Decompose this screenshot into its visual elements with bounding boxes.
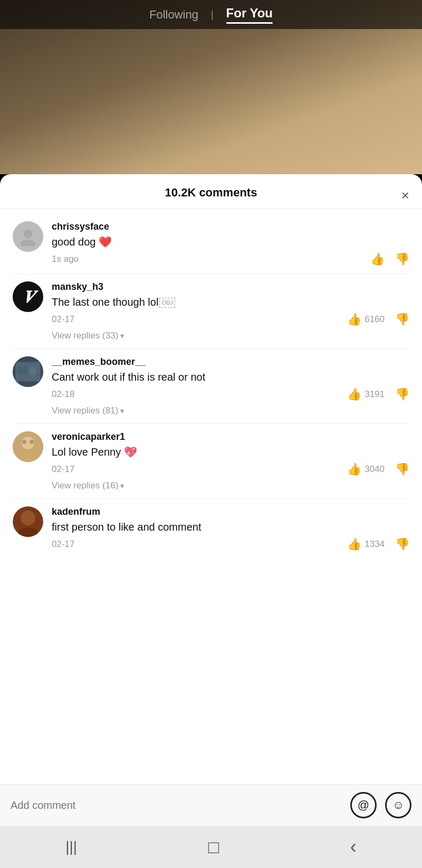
comments-count-title: 10.2K comments bbox=[165, 186, 257, 200]
svg-point-10 bbox=[30, 440, 34, 444]
thumbs-down-icon: 👎 bbox=[395, 463, 409, 476]
comment-item: 𝑽 mansky_h3 The last one though lolOBJ 0… bbox=[0, 274, 422, 348]
comment-text: first person to like and comment bbox=[52, 520, 409, 534]
dislike-button[interactable]: 👎 bbox=[395, 537, 409, 551]
thumbs-up-icon: 👍 bbox=[347, 537, 361, 551]
avatar bbox=[13, 431, 43, 462]
like-button[interactable]: 👍 bbox=[370, 252, 385, 266]
comment-username[interactable]: kadenfrum bbox=[52, 506, 409, 517]
at-icon: @ bbox=[358, 798, 369, 812]
mention-button[interactable]: @ bbox=[350, 792, 377, 818]
comment-meta-row: 1s ago 👍 👎 bbox=[52, 252, 409, 266]
svg-point-1 bbox=[21, 240, 35, 246]
comment-actions: 👍 6160 👎 bbox=[347, 313, 409, 326]
emoji-button[interactable]: ☺ bbox=[385, 792, 411, 818]
chevron-down-icon: ▾ bbox=[120, 407, 124, 415]
comment-date: 1s ago bbox=[52, 254, 79, 265]
comment-item: kadenfrum first person to like and comme… bbox=[0, 499, 422, 559]
comment-actions: 👍 3040 👎 bbox=[347, 463, 409, 476]
dislike-button[interactable]: 👎 bbox=[395, 388, 409, 401]
avatar bbox=[13, 356, 43, 387]
svg-point-8 bbox=[18, 451, 37, 462]
thumbs-down-icon: 👎 bbox=[395, 313, 409, 326]
obj-indicator: OBJ bbox=[159, 298, 175, 308]
like-button[interactable]: 👍 1334 bbox=[347, 537, 385, 551]
nav-separator: | bbox=[211, 9, 214, 20]
comment-actions: 👍 👎 bbox=[370, 252, 409, 266]
svg-rect-3 bbox=[16, 363, 40, 381]
bottom-nav: ||| □ ‹ bbox=[0, 826, 422, 868]
chevron-down-icon: ▾ bbox=[120, 482, 124, 490]
comment-body: kadenfrum first person to like and comme… bbox=[52, 506, 409, 551]
svg-point-12 bbox=[21, 511, 35, 525]
view-replies-button[interactable]: View replies (16) ▾ bbox=[52, 480, 409, 491]
close-button[interactable]: × bbox=[401, 188, 409, 202]
comment-actions: 👍 3191 👎 bbox=[347, 388, 409, 401]
comment-username[interactable]: mansky_h3 bbox=[52, 281, 409, 293]
like-button[interactable]: 👍 3191 bbox=[347, 388, 385, 401]
comment-date: 02-17 bbox=[52, 464, 74, 475]
svg-point-5 bbox=[28, 367, 37, 375]
comment-date: 02-17 bbox=[52, 314, 74, 325]
top-nav: Following | For You bbox=[0, 0, 422, 29]
thumbs-down-icon: 👎 bbox=[395, 537, 409, 551]
like-count: 3040 bbox=[365, 464, 385, 475]
view-replies-button[interactable]: View replies (81) ▾ bbox=[52, 405, 409, 416]
comments-drawer: 10.2K comments × chrissysface good dog ❤… bbox=[0, 174, 422, 868]
dislike-button[interactable]: 👎 bbox=[395, 252, 409, 266]
menu-button[interactable]: ||| bbox=[65, 838, 77, 855]
drawer-header: 10.2K comments × bbox=[0, 174, 422, 209]
thumbs-down-icon: 👎 bbox=[395, 252, 409, 266]
following-tab[interactable]: Following bbox=[149, 8, 198, 22]
thumbs-down-icon: 👎 bbox=[395, 388, 409, 401]
emoji-icon: ☺ bbox=[392, 798, 404, 812]
comment-date: 02-18 bbox=[52, 389, 74, 400]
comment-username[interactable]: __memes_boomer__ bbox=[52, 356, 409, 367]
view-replies-button[interactable]: View replies (33) ▾ bbox=[52, 331, 409, 341]
chevron-down-icon: ▾ bbox=[120, 332, 124, 340]
comment-text: The last one though lolOBJ bbox=[52, 295, 409, 309]
comment-body: veronicaparker1 Lol love Penny 💖 02-17 👍… bbox=[52, 431, 409, 491]
comment-body: chrissysface good dog ❤️ 1s ago 👍 👎 bbox=[52, 221, 409, 266]
comment-meta-row: 02-17 👍 3040 👎 bbox=[52, 463, 409, 476]
svg-point-0 bbox=[24, 230, 32, 238]
comment-username[interactable]: chrissysface bbox=[52, 221, 409, 232]
comment-item: __memes_boomer__ Cant work out if this i… bbox=[0, 349, 422, 423]
input-icons: @ ☺ bbox=[350, 792, 411, 818]
comment-text: Lol love Penny 💖 bbox=[52, 445, 409, 459]
comment-actions: 👍 1334 👎 bbox=[347, 537, 409, 551]
video-area: Following | For You bbox=[0, 0, 422, 174]
dislike-button[interactable]: 👎 bbox=[395, 313, 409, 326]
comment-username[interactable]: veronicaparker1 bbox=[52, 431, 409, 442]
like-count: 6160 bbox=[365, 314, 385, 325]
foryou-tab[interactable]: For You bbox=[226, 6, 273, 24]
comment-item: veronicaparker1 Lol love Penny 💖 02-17 👍… bbox=[0, 424, 422, 498]
comment-meta-row: 02-17 👍 1334 👎 bbox=[52, 537, 409, 551]
comment-body: __memes_boomer__ Cant work out if this i… bbox=[52, 356, 409, 416]
like-button[interactable]: 👍 3040 bbox=[347, 463, 385, 476]
svg-point-9 bbox=[22, 440, 26, 444]
avatar: 𝑽 bbox=[13, 281, 43, 312]
comment-meta-row: 02-18 👍 3191 👎 bbox=[52, 388, 409, 401]
comments-list: chrissysface good dog ❤️ 1s ago 👍 👎 bbox=[0, 209, 422, 564]
add-comment-bar: @ ☺ bbox=[0, 784, 422, 826]
avatar bbox=[13, 221, 43, 252]
thumbs-up-icon: 👍 bbox=[347, 313, 361, 326]
add-comment-input[interactable] bbox=[11, 799, 350, 812]
svg-rect-4 bbox=[18, 366, 28, 373]
comment-item: chrissysface good dog ❤️ 1s ago 👍 👎 bbox=[0, 214, 422, 273]
comment-date: 02-17 bbox=[52, 539, 74, 550]
svg-rect-2 bbox=[13, 356, 43, 387]
foryou-underline bbox=[226, 22, 273, 24]
dislike-button[interactable]: 👎 bbox=[395, 463, 409, 476]
like-count: 3191 bbox=[365, 389, 385, 400]
thumbs-up-icon: 👍 bbox=[347, 463, 361, 476]
avatar bbox=[13, 506, 43, 537]
comment-meta-row: 02-17 👍 6160 👎 bbox=[52, 313, 409, 326]
like-count: 1334 bbox=[365, 539, 385, 550]
comment-body: mansky_h3 The last one though lolOBJ 02-… bbox=[52, 281, 409, 341]
comment-text: Cant work out if this is real or not bbox=[52, 370, 409, 384]
like-button[interactable]: 👍 6160 bbox=[347, 313, 385, 326]
back-button[interactable]: ‹ bbox=[350, 836, 357, 858]
home-button[interactable]: □ bbox=[208, 837, 219, 857]
